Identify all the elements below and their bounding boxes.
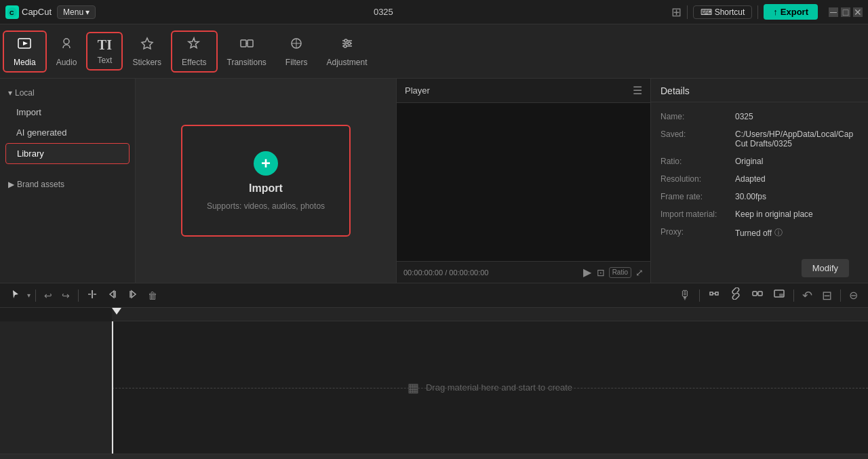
sidebar-item-library[interactable]: Library (5, 143, 130, 164)
ratio-button[interactable]: Ratio (609, 267, 631, 278)
filters-label: Filters (285, 58, 308, 67)
detail-name-label: Name: (660, 112, 735, 121)
main-area: ▾ Local Import AI generated Library ▶ Br… (0, 79, 868, 283)
minimize-button[interactable]: ─ (829, 7, 838, 17)
detail-framerate-label: Frame rate: (660, 192, 735, 201)
player-menu-icon[interactable]: ☰ (633, 84, 642, 97)
trim-start-button[interactable] (104, 287, 121, 304)
close-button[interactable]: ✕ (853, 7, 863, 17)
effects-label: Effects (182, 58, 206, 67)
undo-button[interactable]: ↩ (41, 288, 56, 303)
toolbar-effects[interactable]: Effects (171, 31, 217, 73)
timeline-scrollbar[interactable] (0, 454, 868, 459)
player-canvas (397, 103, 650, 261)
svg-point-11 (344, 45, 347, 47)
top-right-controls: ⊞ ⌨ Shortcut ↑ Export ─ □ ✕ (671, 4, 863, 20)
detail-import-material-label: Import material: (660, 209, 735, 219)
timeline-dashed-line (112, 388, 868, 388)
toolbar-text[interactable]: TI Text (86, 32, 123, 71)
divider-2 (78, 290, 79, 302)
svg-point-4 (64, 39, 69, 44)
toolbar-stickers[interactable]: Stickers (123, 32, 171, 71)
toolbar-filters[interactable]: Filters (276, 32, 317, 71)
zoom-out-button[interactable]: ⊖ (846, 287, 861, 304)
fullscreen-icon[interactable]: ⤢ (635, 267, 644, 278)
sidebar: ▾ Local Import AI generated Library ▶ Br… (0, 79, 136, 283)
details-title: Details (660, 85, 690, 96)
timeline-track-area: ▦ Drag material here and start to create (0, 308, 868, 454)
toolbar-transitions[interactable]: Transitions (218, 32, 276, 71)
detail-import-material-value: Keep in original place (735, 209, 813, 219)
capture-frame-icon[interactable]: ⊡ (597, 267, 605, 278)
detail-framerate-row: Frame rate: 30.00fps (651, 188, 868, 205)
audio-link-button[interactable] (748, 285, 767, 305)
redo-button[interactable]: ↪ (58, 288, 73, 303)
menu-chevron-icon: ▾ (85, 7, 90, 17)
details-panel: Details Name: 0325 Saved: C:/Users/HP/Ap… (651, 79, 868, 283)
detail-name-value: 0325 (735, 112, 753, 121)
import-area[interactable]: + Import Supports: videos, audios, photo… (181, 125, 351, 237)
media-panel: + Import Supports: videos, audios, photo… (136, 79, 397, 283)
svg-rect-6 (241, 40, 246, 47)
play-button[interactable]: ▶ (583, 266, 591, 279)
playhead-triangle (112, 308, 121, 315)
filters-icon (289, 36, 304, 55)
detail-proxy-value: Turned off (735, 228, 772, 238)
brand-assets-label: Brand assets (17, 180, 64, 189)
logo-icon: C (5, 5, 19, 19)
proxy-info: Turned off ⓘ (735, 227, 783, 239)
sidebar-item-import[interactable]: Import (5, 102, 130, 122)
logo-text: CapCut (22, 7, 52, 17)
split-button[interactable] (83, 287, 101, 304)
toolbar-adjustment[interactable]: Adjustment (317, 32, 376, 71)
delete-button[interactable]: 🗑 (144, 288, 161, 303)
cursor-dropdown-icon[interactable]: ▾ (27, 292, 31, 299)
sidebar-group-brand-assets[interactable]: ▶ Brand assets (0, 176, 135, 193)
restore-button[interactable]: □ (841, 7, 850, 17)
timeline-area: ▾ ↩ ↪ 🗑 🎙 (0, 283, 868, 459)
svg-marker-3 (23, 41, 28, 45)
shortcut-keyboard-icon: ⌨ (701, 7, 712, 17)
detail-ratio-label: Ratio: (660, 157, 735, 166)
trim-end-button[interactable] (124, 287, 142, 304)
divider-5 (840, 290, 841, 302)
sidebar-item-ai-generated[interactable]: AI generated (5, 123, 130, 142)
stickers-icon (140, 36, 155, 55)
menu-button[interactable]: Menu ▾ (57, 5, 96, 19)
top-bar: C CapCut Menu ▾ 0325 ⊞ ⌨ Shortcut ↑ Expo… (0, 0, 868, 24)
media-label: Media (14, 58, 36, 67)
sidebar-group-local[interactable]: ▾ Local (0, 84, 135, 102)
export-label: Export (781, 7, 808, 17)
svg-marker-5 (142, 38, 153, 49)
detail-resolution-value: Adapted (735, 174, 766, 184)
toolbar: Media Audio TI Text Stickers Effects Tra… (0, 24, 868, 79)
link-button[interactable] (726, 285, 745, 305)
svg-rect-7 (248, 40, 253, 47)
svg-rect-16 (715, 292, 718, 295)
toolbar-media[interactable]: Media (3, 31, 47, 73)
toolbar-audio[interactable]: Audio (47, 32, 87, 71)
modify-button[interactable]: Modify (802, 259, 849, 277)
delete-segment-button[interactable]: ⊟ (818, 286, 835, 305)
fit-to-timeline-button[interactable] (705, 285, 724, 305)
detail-ratio-row: Ratio: Original (651, 153, 868, 170)
sidebar-local-section: ▾ Local Import AI generated Library (0, 79, 135, 170)
text-label: Text (97, 56, 112, 65)
undo-history-button[interactable]: ↶ (799, 286, 816, 305)
player-title: Player (405, 85, 430, 96)
svg-point-10 (348, 42, 351, 45)
divider-1 (35, 290, 36, 302)
transitions-label: Transitions (227, 58, 267, 67)
mic-button[interactable]: 🎙 (675, 286, 694, 304)
export-button[interactable]: ↑ Export (764, 4, 818, 20)
window-controls: ─ □ ✕ (829, 7, 863, 17)
timeline-content: ▦ Drag material here and start to create (0, 308, 868, 454)
shortcut-button[interactable]: ⌨ Shortcut (693, 5, 753, 19)
cursor-tool-button[interactable] (7, 287, 24, 304)
pip-button[interactable] (770, 285, 789, 305)
timeline-toolbar: ▾ ↩ ↪ 🗑 🎙 (0, 283, 868, 308)
proxy-info-icon[interactable]: ⓘ (774, 227, 783, 239)
player-ctrl-icons: ⊡ Ratio ⤢ (597, 267, 644, 278)
detail-saved-row: Saved: C:/Users/HP/AppData/Local/CapCut … (651, 125, 868, 153)
detail-resolution-row: Resolution: Adapted (651, 170, 868, 188)
